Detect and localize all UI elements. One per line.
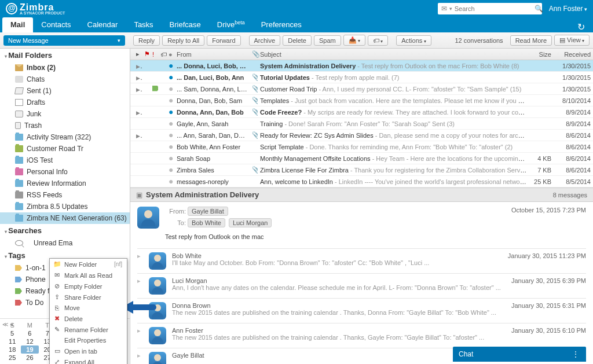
expand-icon[interactable]: ▶ bbox=[136, 62, 142, 69]
expand-icon[interactable]: ▸ bbox=[137, 352, 143, 364]
from-chip[interactable]: Gayle Billat bbox=[188, 207, 228, 216]
folder-item[interactable]: Drafts bbox=[0, 97, 130, 108]
cal-day[interactable]: 18 bbox=[3, 345, 21, 354]
status-column-icon[interactable]: ● bbox=[166, 51, 174, 58]
view-dropdown[interactable]: ▤ View bbox=[554, 35, 590, 46]
folder-item[interactable]: Trash bbox=[0, 120, 130, 131]
message-row[interactable]: ▶●... Sam, Donna, Ann, Luci📎Customer Roa… bbox=[130, 83, 593, 95]
message-row[interactable]: ●Zimbra Sales📎Zimbra License File For Zi… bbox=[130, 164, 593, 176]
message-row[interactable]: ●messages-noreplyAnn, welcome to LinkedI… bbox=[130, 176, 593, 187]
thread-item[interactable]: ▸Donna BrownThe new 2015 dates are publi… bbox=[137, 298, 586, 323]
global-search[interactable]: ✉ ▾ 🔍 bbox=[438, 3, 542, 14]
flag-column-icon[interactable]: ⚑ bbox=[142, 50, 150, 58]
priority-column-icon[interactable]: ! bbox=[150, 51, 158, 58]
folder-item[interactable]: Chats bbox=[0, 73, 130, 85]
folder-item[interactable]: Junk bbox=[0, 108, 130, 120]
chat-bar[interactable]: Chat ⋮ bbox=[453, 347, 586, 362]
context-menuitem[interactable]: ⎘Move bbox=[50, 303, 127, 313]
search-input[interactable] bbox=[455, 5, 535, 12]
context-menuitem[interactable]: ⤢Expand All bbox=[50, 356, 127, 364]
actions-dropdown[interactable]: Actions bbox=[396, 35, 431, 46]
refresh-icon[interactable]: ↻ bbox=[577, 21, 593, 32]
tab-tasks[interactable]: Tasks bbox=[126, 17, 161, 32]
cal-day[interactable]: 11 bbox=[3, 337, 21, 345]
archive-button[interactable]: Archive bbox=[249, 35, 281, 46]
reply-all-button[interactable]: Reply to All bbox=[162, 35, 204, 46]
context-menuitem[interactable]: ⊘Empty Folder bbox=[50, 281, 127, 292]
cal-day[interactable]: 19 bbox=[21, 345, 38, 354]
folder-item[interactable]: Activity Stream (322) bbox=[0, 131, 130, 143]
message-row[interactable]: ●Gayle, Ann, SarahTraining - Done! Sarah… bbox=[130, 118, 593, 130]
context-menuitem[interactable]: Edit Properties bbox=[50, 335, 127, 345]
thread-item[interactable]: ▸Luci MorganAnn, I don't have any dates … bbox=[137, 273, 586, 298]
to-chip[interactable]: Luci Morgan bbox=[229, 218, 272, 227]
message-row[interactable]: ●Donna, Dan, Bob, Sam📎Templates - Just g… bbox=[130, 95, 593, 106]
context-menuitem[interactable]: ✎Rename Folder bbox=[50, 324, 127, 335]
expand-icon[interactable]: ▸ bbox=[137, 277, 143, 295]
reply-button[interactable]: Reply bbox=[133, 35, 160, 46]
tab-preferences[interactable]: Preferences bbox=[253, 17, 310, 32]
cal-day[interactable]: 26 bbox=[21, 354, 38, 362]
tab-drive[interactable]: Drivebeta bbox=[209, 17, 253, 32]
message-row[interactable]: ▶●... Donna, Luci, Bob, GayleSystem Admi… bbox=[130, 60, 593, 72]
folder-item[interactable]: Zimbra 8.5 Updates bbox=[0, 201, 130, 212]
tag-column-icon[interactable]: 🏷 bbox=[158, 51, 166, 58]
tab-briefcase[interactable]: Briefcase bbox=[162, 17, 209, 32]
user-menu[interactable]: Ann Foster bbox=[549, 5, 587, 13]
expand-icon[interactable]: ▶ bbox=[136, 86, 142, 93]
subject-column-header[interactable]: Subject bbox=[258, 51, 529, 58]
expand-icon[interactable]: ▶ bbox=[136, 74, 142, 81]
expand-icon[interactable]: ▶ bbox=[136, 109, 142, 116]
cal-day[interactable]: 5 bbox=[3, 329, 21, 337]
search-scope-dropdown[interactable]: ▾ bbox=[449, 6, 452, 12]
expand-icon[interactable]: ▸ bbox=[137, 327, 143, 344]
size-column-header[interactable]: Size bbox=[529, 51, 554, 58]
message-row[interactable]: ▶●... Ann, Sarah, Dan, Donna📎Ready for R… bbox=[130, 130, 593, 141]
tab-calendar[interactable]: Calendar bbox=[79, 17, 126, 32]
folder-item[interactable]: Inbox (2) bbox=[0, 62, 130, 73]
received-column-header[interactable]: Received bbox=[554, 51, 593, 58]
context-menuitem[interactable]: ✉Mark All as Read bbox=[50, 270, 127, 281]
tag-dropdown[interactable]: 🏷 bbox=[368, 35, 388, 46]
searches-header[interactable]: Searches bbox=[0, 224, 130, 237]
attachment-column-icon[interactable]: 📎 bbox=[250, 50, 258, 58]
folder-item[interactable]: Sent (1) bbox=[0, 85, 130, 97]
folder-item[interactable]: Review Information bbox=[0, 178, 130, 189]
folder-item[interactable]: RSS Feeds bbox=[0, 189, 130, 201]
from-column-header[interactable]: From bbox=[174, 51, 250, 58]
folder-item[interactable]: Personal Info bbox=[0, 166, 130, 178]
saved-search-item[interactable]: Unread Ema bbox=[0, 237, 130, 249]
message-row[interactable]: ●Sarah SoapMonthly Management Offsite Lo… bbox=[130, 153, 593, 164]
tab-contacts[interactable]: Contacts bbox=[33, 17, 79, 32]
message-row[interactable]: ▶●Donna, Ann, Dan, Bob📎Code Freeze? - My… bbox=[130, 106, 593, 118]
thread-item[interactable]: ▸Ann FosterThe new 2015 dates are publis… bbox=[137, 323, 586, 348]
chat-menu-icon[interactable]: ⋮ bbox=[572, 350, 580, 358]
new-message-button[interactable]: New Message bbox=[3, 35, 125, 46]
context-menuitem[interactable]: ▭Open in tab bbox=[50, 345, 127, 356]
spam-button[interactable]: Spam bbox=[314, 35, 341, 46]
message-row[interactable]: ▶●... Dan, Luci, Bob, Ann📎Tutorial Updat… bbox=[130, 72, 593, 83]
folder-item[interactable]: Zimbra NE Next Generation (63) bbox=[0, 212, 130, 224]
context-menuitem[interactable]: ✖Delete bbox=[50, 313, 127, 324]
tab-mail[interactable]: Mail bbox=[2, 17, 33, 32]
to-chip[interactable]: Bob White bbox=[188, 218, 225, 227]
move-dropdown[interactable]: 📥 bbox=[343, 35, 365, 46]
folder-item[interactable]: Customer Road Tr bbox=[0, 143, 130, 155]
folder-item[interactable]: iOS Test bbox=[0, 155, 130, 166]
context-menuitem[interactable]: ⇪Share Folder bbox=[50, 292, 127, 303]
expand-icon[interactable]: ▶ bbox=[136, 132, 142, 139]
expand-column-icon[interactable]: ▸ bbox=[134, 50, 142, 58]
forward-button[interactable]: Forward bbox=[207, 35, 240, 46]
thread-item[interactable]: ▸Bob WhiteI'll take May and October. Bob… bbox=[137, 248, 586, 273]
context-menuitem[interactable]: 📁New Folder[nf] bbox=[50, 259, 127, 270]
delete-button[interactable]: Delete bbox=[283, 35, 312, 46]
cal-day[interactable]: 12 bbox=[21, 337, 38, 345]
read-more-button[interactable]: Read More bbox=[510, 35, 552, 46]
search-icon[interactable]: 🔍 bbox=[535, 5, 543, 13]
cal-prev-icon[interactable]: ≪ ◂ bbox=[2, 321, 13, 328]
mail-folders-header[interactable]: Mail Folders bbox=[0, 49, 130, 62]
cal-day[interactable]: 25 bbox=[3, 354, 21, 362]
cal-day[interactable]: 6 bbox=[21, 329, 38, 337]
message-row[interactable]: ●Bob White, Ann FosterScript Template - … bbox=[130, 141, 593, 153]
expand-thread-icon[interactable]: ▣ bbox=[136, 191, 142, 199]
